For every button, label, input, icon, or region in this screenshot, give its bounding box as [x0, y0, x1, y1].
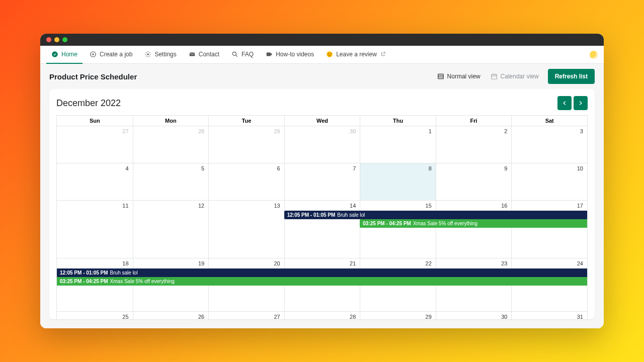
calendar-cell[interactable]: 13: [208, 201, 284, 258]
event-time: 03:25 PM - 04:25 PM: [363, 221, 411, 226]
calendar-cell[interactable]: 28: [133, 126, 209, 163]
day-number: 26: [198, 314, 204, 319]
day-number: 27: [274, 314, 280, 319]
tab-faq[interactable]: FAQ: [226, 46, 259, 64]
day-number: 7: [353, 165, 356, 171]
calendar-cell[interactable]: 30: [436, 312, 512, 319]
calendar-event[interactable]: 12:05 PM - 01:05 PMBruh sale lol: [57, 268, 587, 277]
minimize-window-button[interactable]: [54, 37, 59, 42]
calendar-view-button[interactable]: Calendar view: [486, 70, 544, 83]
video-icon: [266, 51, 273, 58]
calendar-cell[interactable]: 3: [511, 126, 587, 163]
svg-point-7: [328, 53, 329, 54]
day-number: 13: [274, 203, 280, 209]
event-time: 12:05 PM - 01:05 PM: [287, 212, 336, 218]
calendar-cell[interactable]: 6: [208, 163, 284, 200]
theme-toggle[interactable]: [590, 51, 598, 59]
tab-home-label: Home: [61, 51, 77, 58]
calendar-event[interactable]: 12:05 PM - 01:05 PMBruh sale lol: [284, 211, 587, 219]
close-window-button[interactable]: [46, 37, 51, 42]
calendar-cell[interactable]: 16: [436, 201, 512, 258]
maximize-window-button[interactable]: [62, 37, 67, 42]
calendar-event[interactable]: 03:25 PM - 04:25 PMXmas Sale 5% off ever…: [57, 277, 587, 286]
day-number: 14: [350, 203, 356, 209]
day-number: 16: [501, 203, 507, 209]
day-number: 29: [426, 314, 432, 319]
tab-how-to-videos[interactable]: How-to videos: [261, 46, 319, 64]
calendar-cell[interactable]: 14: [284, 201, 360, 258]
day-number: 30: [501, 314, 507, 319]
calendar-cell[interactable]: 15: [360, 201, 436, 258]
tab-leave-review[interactable]: Leave a review: [321, 46, 392, 64]
page-title: Product Price Scheduler: [49, 72, 137, 81]
event-title: Bruh sale lol: [337, 212, 365, 218]
calendar-cell[interactable]: 25: [57, 312, 133, 319]
calendar-card: December 2022 Sun Mon Tue Wed Thu Fri Sa…: [49, 89, 595, 319]
calendar-cell[interactable]: 27: [57, 126, 133, 163]
normal-view-button[interactable]: Normal view: [432, 70, 486, 83]
calendar-cell[interactable]: 29: [360, 312, 436, 319]
day-number: 9: [504, 165, 507, 171]
day-number: 6: [277, 165, 280, 171]
svg-rect-9: [438, 74, 443, 78]
event-time: 03:25 PM - 04:25 PM: [60, 279, 108, 284]
svg-point-4: [232, 52, 236, 55]
calendar-cell[interactable]: 11: [57, 201, 133, 258]
external-link-icon: [380, 51, 387, 58]
day-number: 2: [504, 128, 507, 134]
calendar-cell[interactable]: 2: [436, 126, 512, 163]
calendar-event[interactable]: 03:25 PM - 04:25 PMXmas Sale 5% off ever…: [360, 219, 587, 228]
tab-faq-label: FAQ: [242, 51, 254, 58]
calendar-cell[interactable]: 17: [511, 201, 587, 258]
tab-settings[interactable]: Settings: [139, 46, 181, 64]
tab-create-job[interactable]: Create a job: [85, 46, 137, 64]
tab-how-to-label: How-to videos: [276, 51, 314, 58]
svg-point-8: [331, 53, 332, 54]
day-number: 19: [198, 260, 204, 266]
calendar-cell[interactable]: 27: [208, 312, 284, 319]
day-number: 29: [274, 128, 280, 134]
calendar-cell[interactable]: 10: [511, 163, 587, 200]
calendar-cell[interactable]: 12: [133, 201, 209, 258]
calendar-cell[interactable]: 31: [511, 312, 587, 319]
calendar-grid: 27282930123456789101112131415161712:05 P…: [56, 126, 588, 319]
calendar-cell[interactable]: 7: [284, 163, 360, 200]
calendar-cell[interactable]: 28: [284, 312, 360, 319]
tab-contact[interactable]: Contact: [184, 46, 224, 64]
dow-thu: Thu: [360, 116, 436, 126]
next-month-button[interactable]: [574, 96, 588, 110]
calendar-cell[interactable]: 5: [133, 163, 209, 200]
svg-point-6: [327, 51, 333, 57]
calendar-cell[interactable]: 26: [133, 312, 209, 319]
svg-rect-10: [491, 74, 497, 79]
calendar-cell[interactable]: 30: [284, 126, 360, 163]
tab-home[interactable]: Home: [46, 46, 83, 64]
calendar-cell[interactable]: 8: [360, 163, 436, 200]
mail-icon: [189, 51, 196, 58]
prev-month-button[interactable]: [557, 96, 572, 110]
calendar-week-row: 2526272829303112:05 PM - 01:05 PMBruh sa…: [57, 312, 587, 319]
calendar-cell[interactable]: 9: [436, 163, 512, 200]
refresh-list-button[interactable]: Refresh list: [548, 69, 595, 84]
day-number: 10: [577, 165, 583, 171]
app-window: Home Create a job Settings Contact FAQ H…: [40, 34, 604, 328]
svg-rect-5: [267, 52, 271, 56]
plus-circle-icon: [90, 51, 97, 58]
calendar-week-row: 45678910: [57, 163, 587, 201]
day-number: 1: [429, 128, 432, 134]
calendar-cell[interactable]: 4: [57, 163, 133, 200]
tab-settings-label: Settings: [154, 51, 176, 58]
tab-review-label: Leave a review: [336, 51, 377, 58]
dow-sat: Sat: [511, 116, 587, 126]
event-title: Xmas Sale 5% off everything: [110, 279, 175, 284]
day-number: 28: [198, 128, 204, 134]
home-icon: [51, 51, 58, 58]
calendar-header: December 2022: [49, 89, 595, 115]
dow-fri: Fri: [436, 116, 512, 126]
list-icon: [437, 73, 444, 80]
calendar-cell[interactable]: 1: [360, 126, 436, 163]
dow-mon: Mon: [133, 116, 209, 126]
calendar-cell[interactable]: 29: [208, 126, 284, 163]
day-number: 31: [577, 314, 583, 319]
day-number: 11: [122, 203, 128, 209]
